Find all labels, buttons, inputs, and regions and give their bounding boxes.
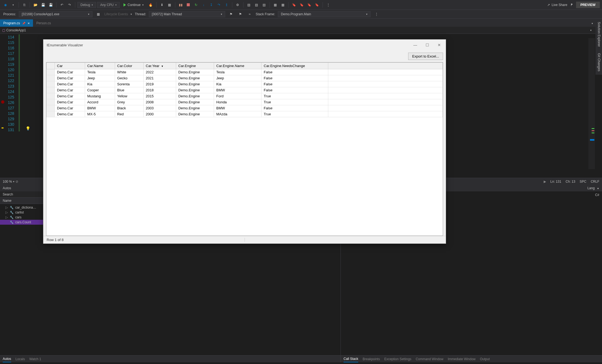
step-into-icon[interactable]: ↧ xyxy=(208,2,215,8)
dropdown-icon[interactable]: ▾ xyxy=(589,20,595,27)
line-indicator[interactable]: Ln: 131 xyxy=(550,180,561,183)
table-row[interactable]: Demo.CarMX-5Red2000Demo.EngineMAzdaTrue xyxy=(47,111,443,117)
column-header[interactable]: Car.Engine.Name xyxy=(214,63,261,69)
table-cell[interactable]: False xyxy=(261,75,328,81)
table-cell[interactable]: True xyxy=(261,93,328,99)
table-cell[interactable]: Black xyxy=(115,105,143,111)
flag-icon[interactable]: ⚑ xyxy=(237,11,244,17)
pin-icon[interactable]: 📌 xyxy=(22,22,25,25)
table-cell[interactable]: 2019 xyxy=(143,81,176,87)
layout-icon[interactable]: ▦ xyxy=(272,2,279,8)
table-cell[interactable]: 2008 xyxy=(143,99,176,105)
table-row[interactable]: Demo.CarKiaSorenta2019Demo.EngineKiaFals… xyxy=(47,81,443,87)
window-icon[interactable]: ▤ xyxy=(246,2,252,8)
close-icon[interactable]: ✕ xyxy=(28,22,30,25)
step-out-icon[interactable]: ↥ xyxy=(223,2,230,8)
table-cell[interactable]: BMW xyxy=(214,105,261,111)
table-cell[interactable]: Ford xyxy=(214,93,261,99)
live-share-button[interactable]: ↗ Live Share xyxy=(547,3,567,7)
tab-solution-explorer[interactable]: Solution Explorer xyxy=(595,19,602,50)
table-cell[interactable]: Grey xyxy=(115,99,143,105)
table-cell[interactable]: Demo.Car xyxy=(55,69,85,75)
table-cell[interactable]: Demo.Engine xyxy=(176,81,214,87)
configuration-dropdown[interactable]: Debug▾ xyxy=(77,2,96,8)
close-button[interactable]: ✕ xyxy=(436,42,443,48)
table-cell[interactable]: True xyxy=(261,99,328,105)
show-next-statement-icon[interactable]: ↓ xyxy=(200,2,207,8)
table-cell[interactable]: Demo.Engine xyxy=(176,75,214,81)
table-cell[interactable]: Jeep xyxy=(214,75,261,81)
table-cell[interactable]: Mustang xyxy=(85,93,115,99)
continue-button[interactable]: Continue ▾ xyxy=(121,2,146,8)
bookmark-clear-icon[interactable]: 🔖 xyxy=(314,2,320,8)
pause-icon[interactable]: ▮▮ xyxy=(177,2,184,8)
table-cell[interactable]: Kia xyxy=(85,81,115,87)
table-cell[interactable]: Demo.Car xyxy=(55,81,85,87)
overview-ruler[interactable] xyxy=(588,38,595,169)
window-icon[interactable]: ▤ xyxy=(253,2,260,8)
redo-icon[interactable]: ↷ xyxy=(66,2,73,8)
lightbulb-icon[interactable]: 💡 xyxy=(26,126,30,131)
project-selector[interactable]: ▢ ConsoleApp1 xyxy=(2,28,26,32)
indent-indicator[interactable]: SPC xyxy=(580,180,586,183)
tab-git-changes[interactable]: Git Changes xyxy=(595,50,602,75)
table-cell[interactable]: Demo.Car xyxy=(55,105,85,111)
table-cell[interactable]: 2003 xyxy=(143,105,176,111)
visualizer-titlebar[interactable]: IEnumerable Visualizer — ☐ ✕ xyxy=(43,40,446,50)
tab-callstack[interactable]: Call Stack xyxy=(344,356,358,362)
column-header[interactable]: Car.Year xyxy=(143,63,176,69)
table-cell[interactable]: False xyxy=(261,69,328,75)
step-icon[interactable]: ⬇ xyxy=(159,2,165,8)
table-cell[interactable]: Demo.Car xyxy=(55,93,85,99)
table-cell[interactable]: Red xyxy=(115,111,143,117)
visualizer-grid[interactable]: CarCar.NameCar.ColorCar.YearCar.EngineCa… xyxy=(46,62,443,236)
column-header[interactable]: Car.Name xyxy=(85,63,115,69)
lang-column[interactable]: Lang xyxy=(587,186,595,190)
tab-person-cs[interactable]: Person.cs xyxy=(33,19,54,27)
table-cell[interactable]: MX-5 xyxy=(85,111,115,117)
table-cell[interactable]: Tesla xyxy=(85,69,115,75)
table-cell[interactable]: Kia xyxy=(214,81,261,87)
table-cell[interactable]: 2015 xyxy=(143,93,176,99)
stackframe-dropdown[interactable]: Demo.Program.Main▾ xyxy=(278,11,371,17)
table-cell[interactable]: False xyxy=(261,81,328,87)
table-cell[interactable]: Gecko xyxy=(115,75,143,81)
thread-icon[interactable]: ▦ xyxy=(166,2,173,8)
nav-caret-icon[interactable]: ▾ xyxy=(590,29,592,32)
save-icon[interactable]: 💾 xyxy=(40,2,46,8)
table-row[interactable]: Demo.CarTeslaWhite2022Demo.EngineTeslaFa… xyxy=(47,69,443,75)
table-row[interactable]: Demo.CarBMWBlack2003Demo.EngineBMWFalse xyxy=(47,105,443,111)
lifecycle-icon[interactable]: ▦ xyxy=(95,11,102,17)
table-cell[interactable]: Demo.Car xyxy=(55,111,85,117)
platform-dropdown[interactable]: Any CPU▾ xyxy=(97,2,119,8)
table-cell[interactable]: 2018 xyxy=(143,87,176,93)
feedback-icon[interactable]: ᖰ xyxy=(568,2,575,8)
save-all-icon[interactable]: 💾 xyxy=(47,2,54,8)
table-row[interactable]: Demo.CarMustangYellow2015Demo.EngineFord… xyxy=(47,93,443,99)
table-cell[interactable]: Demo.Engine xyxy=(176,99,214,105)
table-cell[interactable]: Accord xyxy=(85,99,115,105)
bookmark-icon[interactable]: 🔖 xyxy=(291,2,297,8)
nav-back-icon[interactable]: ◉ xyxy=(2,2,9,8)
table-cell[interactable]: Demo.Engine xyxy=(176,69,214,75)
table-cell[interactable]: Demo.Engine xyxy=(176,111,214,117)
window-icon[interactable]: ▤ xyxy=(261,2,267,8)
table-cell[interactable]: 2022 xyxy=(143,69,176,75)
table-cell[interactable]: Demo.Car xyxy=(55,87,85,93)
table-cell[interactable]: Demo.Car xyxy=(55,75,85,81)
overflow-icon[interactable]: ⋮ xyxy=(325,2,332,8)
tab-watch1[interactable]: Watch 1 xyxy=(29,356,41,362)
tab-autos[interactable]: Autos xyxy=(3,356,11,362)
sort-icon[interactable]: ▲ xyxy=(597,187,599,189)
minimize-button[interactable]: — xyxy=(412,42,419,48)
table-cell[interactable]: True xyxy=(261,111,328,117)
layout-icon[interactable]: ▦ xyxy=(280,2,286,8)
tab-program-cs[interactable]: Program.cs 📌 ✕ xyxy=(0,19,33,27)
table-cell[interactable]: Demo.Engine xyxy=(176,87,214,93)
tab-output[interactable]: Output xyxy=(480,356,490,362)
breakpoint-gutter[interactable]: ➨ xyxy=(0,34,5,178)
table-cell[interactable]: False xyxy=(261,87,328,93)
visualizer-table[interactable]: CarCar.NameCar.ColorCar.YearCar.EngineCa… xyxy=(46,62,443,117)
intellitrace-icon[interactable]: ⚙ xyxy=(234,2,241,8)
table-cell[interactable]: BMW xyxy=(85,105,115,111)
